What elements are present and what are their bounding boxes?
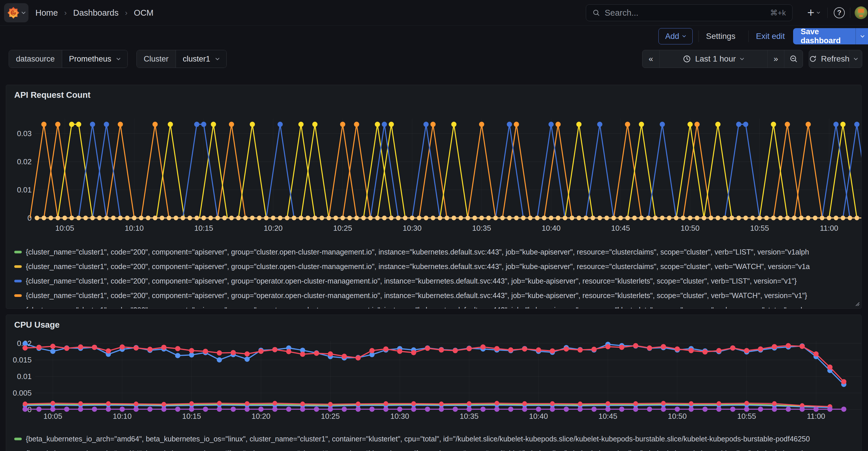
svg-text:0.01: 0.01 <box>17 372 32 381</box>
zoom-out-icon <box>789 55 798 63</box>
legend-color-swatch <box>14 309 22 309</box>
toolbar-divider <box>748 30 749 42</box>
svg-text:10:25: 10:25 <box>333 224 352 232</box>
datasource-value: Prometheus <box>69 55 112 64</box>
grafana-logo-menu[interactable] <box>4 3 28 22</box>
exit-edit-button[interactable]: Exit edit <box>756 28 785 44</box>
svg-text:0: 0 <box>28 214 32 222</box>
add-panel-button[interactable]: Add <box>658 28 693 44</box>
breadcrumb-current: OCM <box>134 8 154 18</box>
cluster-variable-select[interactable]: cluster1 <box>176 50 227 68</box>
refresh-button[interactable]: Refresh <box>809 50 849 68</box>
legend-item[interactable]: {beta_kubernetes_io_arch="amd64", beta_k… <box>14 446 859 451</box>
svg-text:10:20: 10:20 <box>264 224 283 232</box>
svg-text:11:00: 11:00 <box>820 224 838 232</box>
nav-divider <box>827 7 828 18</box>
refresh-chevron-down-icon <box>854 58 858 60</box>
search-icon <box>592 9 600 17</box>
svg-text:10:50: 10:50 <box>668 412 687 421</box>
legend-item[interactable]: {beta_kubernetes_io_arch="amd64", beta_k… <box>14 431 859 446</box>
api-request-count-chart[interactable]: 10:0510:1010:1510:2010:2510:3010:3510:40… <box>6 117 861 245</box>
datasource-variable-select[interactable]: Prometheus <box>62 50 128 68</box>
panel-cpu-usage: CPU Usage 10:0510:1010:1510:2010:2510:30… <box>6 315 862 451</box>
legend-series-label: {cluster_name="cluster1", code="200", co… <box>26 248 809 256</box>
breadcrumb-separator: › <box>125 8 127 18</box>
svg-text:10:55: 10:55 <box>737 412 756 421</box>
panel-title[interactable]: API Request Count <box>14 90 91 100</box>
user-avatar[interactable] <box>855 6 867 19</box>
legend-item[interactable]: {cluster_name="cluster1", code="200", co… <box>14 274 859 288</box>
time-shift-back-button[interactable]: « <box>643 50 659 68</box>
legend-item[interactable]: {cluster_name="cluster1", code="200", co… <box>14 259 859 274</box>
svg-text:0.005: 0.005 <box>13 389 32 397</box>
legend-color-swatch <box>14 294 22 297</box>
legend-series-label: {cluster_name="cluster1", code="200", co… <box>26 291 807 300</box>
svg-text:10:20: 10:20 <box>251 412 270 421</box>
new-item-button[interactable]: + <box>804 6 824 20</box>
grafana-logo-icon <box>7 6 20 19</box>
svg-text:10:40: 10:40 <box>542 224 561 232</box>
panel-api-request-count: API Request Count 10:0510:1010:1510:2010… <box>6 85 862 309</box>
cpu-usage-chart[interactable]: 10:0510:1010:1510:2010:2510:3010:3510:40… <box>6 340 861 430</box>
breadcrumb-home[interactable]: Home <box>35 8 58 18</box>
legend-color-swatch <box>14 251 22 253</box>
cluster-variable-label: Cluster <box>137 50 176 68</box>
logo-chevron-down-icon <box>22 11 26 14</box>
svg-text:11:00: 11:00 <box>807 412 825 421</box>
plus-chevron-down-icon <box>817 11 820 14</box>
search-input[interactable] <box>605 8 766 18</box>
svg-text:10:45: 10:45 <box>598 412 617 421</box>
time-range-chevron-down-icon <box>740 58 744 60</box>
breadcrumb-dashboards[interactable]: Dashboards <box>73 8 119 18</box>
time-shift-forward-button[interactable]: » <box>767 50 784 68</box>
legend-series-label: {cluster_name="cluster1", code="200", co… <box>26 277 797 285</box>
svg-text:10:55: 10:55 <box>750 224 769 232</box>
cluster-chevron-down-icon <box>215 58 219 60</box>
cluster-variable-control: Cluster cluster1 <box>136 50 227 68</box>
save-chevron-down-icon <box>861 35 865 38</box>
top-nav-bar: Home › Dashboards › OCM ⌘+k + ? <box>0 0 868 26</box>
svg-text:10:10: 10:10 <box>125 224 144 232</box>
svg-text:10:35: 10:35 <box>472 224 491 232</box>
panel-title[interactable]: CPU Usage <box>14 320 60 330</box>
legend-series-label: {cluster_name="cluster1", code="200", co… <box>26 306 809 309</box>
settings-button[interactable]: Settings <box>706 28 735 44</box>
svg-text:0.015: 0.015 <box>13 356 32 364</box>
help-button[interactable]: ? <box>834 7 845 18</box>
legend-item[interactable]: {cluster_name="cluster1", code="200", co… <box>14 303 859 309</box>
legend-color-swatch <box>14 280 22 282</box>
svg-text:0.02: 0.02 <box>17 157 32 166</box>
time-range-label: Last 1 hour <box>695 54 736 64</box>
svg-text:10:05: 10:05 <box>55 224 74 232</box>
toolbar-divider <box>699 30 699 42</box>
datasource-variable-label: datasource <box>9 50 62 68</box>
svg-text:10:35: 10:35 <box>460 412 478 421</box>
breadcrumb-separator: › <box>64 8 67 18</box>
add-button-label: Add <box>665 32 679 41</box>
refresh-interval-button[interactable] <box>849 50 862 68</box>
svg-text:10:45: 10:45 <box>611 224 630 232</box>
svg-text:10:15: 10:15 <box>182 412 201 421</box>
time-zoom-out-button[interactable] <box>784 50 803 68</box>
legend-item[interactable]: {cluster_name="cluster1", code="200", co… <box>14 245 859 259</box>
svg-text:10:25: 10:25 <box>321 412 340 421</box>
legend-item[interactable]: {cluster_name="cluster1", code="200", co… <box>14 288 859 303</box>
refresh-group: Refresh <box>809 50 862 68</box>
save-dashboard-options-button[interactable] <box>856 28 868 44</box>
legend-series-label: {cluster_name="cluster1", code="200", co… <box>26 262 810 271</box>
time-range-picker[interactable]: Last 1 hour <box>659 50 767 68</box>
search-box[interactable]: ⌘+k <box>586 4 793 21</box>
legend-series-label: {beta_kubernetes_io_arch="amd64", beta_k… <box>26 435 810 443</box>
cpu-chart-legend: {beta_kubernetes_io_arch="amd64", beta_k… <box>14 431 859 451</box>
datasource-chevron-down-icon <box>116 58 121 60</box>
refresh-label: Refresh <box>821 54 849 64</box>
refresh-icon <box>809 55 817 63</box>
legend-color-swatch <box>14 265 22 268</box>
panel-resize-handle[interactable] <box>855 301 860 307</box>
add-chevron-down-icon <box>682 35 686 37</box>
breadcrumb: Home › Dashboards › OCM <box>35 0 154 26</box>
svg-text:10:40: 10:40 <box>529 412 548 421</box>
legend-series-label: {beta_kubernetes_io_arch="amd64", beta_k… <box>26 449 809 451</box>
search-shortcut-hint: ⌘+k <box>770 8 786 18</box>
cluster-value: cluster1 <box>183 55 211 64</box>
